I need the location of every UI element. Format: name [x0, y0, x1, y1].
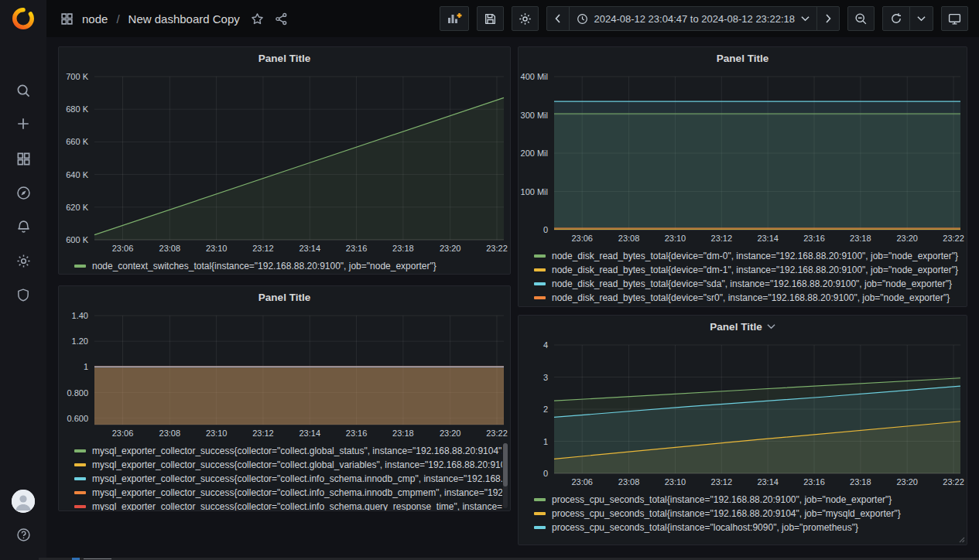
sidebar-item-help[interactable]: [0, 519, 46, 550]
legend-item[interactable]: mysql_exporter_collector_success{collect…: [74, 500, 502, 510]
legend-item[interactable]: process_cpu_seconds_total{instance="192.…: [534, 493, 959, 507]
grafana-logo[interactable]: [0, 0, 46, 37]
sidebar-item-search[interactable]: [0, 75, 46, 106]
panel-title[interactable]: Panel Title: [519, 47, 967, 69]
sidebar-item-dashboards[interactable]: [0, 143, 46, 174]
panel-resize-handle[interactable]: [958, 536, 965, 543]
legend-swatch: [534, 498, 546, 501]
legend-item[interactable]: node_disk_read_bytes_total{device="sda",…: [534, 277, 959, 291]
panel-title[interactable]: Panel Title: [59, 286, 510, 308]
legend-label: process_cpu_seconds_total{instance="192.…: [552, 508, 901, 519]
legend-item[interactable]: node_disk_read_bytes_total{device="dm-0"…: [534, 249, 959, 263]
legend-swatch: [534, 282, 546, 285]
legend-item[interactable]: mysql_exporter_collector_success{collect…: [74, 444, 502, 458]
svg-text:23:08: 23:08: [159, 429, 181, 438]
breadcrumb-section[interactable]: node: [82, 12, 108, 26]
legend-label: mysql_exporter_collector_success{collect…: [92, 446, 502, 456]
svg-text:23:10: 23:10: [665, 477, 686, 487]
legend-label: mysql_exporter_collector_success{collect…: [92, 501, 502, 510]
favorite-star-button[interactable]: [251, 12, 264, 26]
chevron-down-icon: [801, 15, 810, 22]
panel-title[interactable]: Panel Title: [59, 47, 510, 69]
legend: process_cpu_seconds_total{instance="192.…: [519, 489, 967, 545]
refresh-interval-button[interactable]: [909, 7, 933, 30]
apps-icon: [60, 12, 74, 26]
time-shift-back-button[interactable]: [547, 7, 569, 30]
taskbar-item: [84, 558, 111, 559]
legend-label: process_cpu_seconds_total{instance="192.…: [552, 494, 892, 505]
sidebar-item-profile[interactable]: [0, 486, 46, 517]
svg-text:23:12: 23:12: [711, 477, 733, 487]
legend-item[interactable]: node_context_switches_total{instance="19…: [74, 259, 502, 273]
svg-text:23:18: 23:18: [850, 234, 871, 243]
save-dashboard-button[interactable]: [477, 6, 504, 31]
legend-item[interactable]: node_disk_read_bytes_total{device="sr0",…: [534, 291, 959, 305]
zoom-out-icon: [854, 12, 868, 26]
legend-label: process_cpu_seconds_total{instance="loca…: [552, 522, 858, 533]
panel-title[interactable]: Panel Title: [519, 316, 967, 337]
panel-title-text: Panel Title: [717, 53, 768, 64]
svg-text:600 K: 600 K: [66, 235, 88, 244]
sidebar-item-create[interactable]: [0, 108, 46, 139]
svg-text:23:22: 23:22: [943, 477, 964, 487]
legend-label: node_disk_read_bytes_total{device="sr0",…: [552, 292, 950, 303]
svg-text:200 Mil: 200 Mil: [521, 149, 548, 158]
gear-icon: [519, 12, 532, 26]
clock-icon: [577, 13, 588, 25]
time-range-picker-button[interactable]: 2024-08-12 23:04:47 to 2024-08-12 23:22:…: [569, 7, 817, 30]
svg-text:1: 1: [543, 437, 548, 446]
time-zoom-out-button[interactable]: [847, 6, 875, 31]
chevron-right-icon: [824, 14, 832, 23]
legend-label: mysql_exporter_collector_success{collect…: [92, 487, 502, 498]
panel-node-disk-read-bytes: Panel Title 23:0623:0823:1023:1223:1423:…: [518, 46, 967, 307]
chart[interactable]: 23:0623:0823:1023:1223:1423:1623:1823:20…: [519, 69, 967, 245]
legend-item[interactable]: node_disk_read_bytes_total{device="dm-1"…: [534, 263, 959, 277]
chart[interactable]: 23:0623:0823:1023:1223:1423:1623:1823:20…: [59, 308, 510, 440]
legend-scrollbar-thumb[interactable]: [503, 443, 508, 487]
time-picker-group: 2024-08-12 23:04:47 to 2024-08-12 23:22:…: [546, 6, 840, 31]
svg-text:400 Mil: 400 Mil: [521, 72, 548, 81]
svg-text:23:08: 23:08: [618, 234, 640, 243]
sidebar-item-configuration[interactable]: [0, 245, 46, 276]
share-button[interactable]: [275, 12, 288, 26]
legend-swatch: [74, 265, 86, 268]
panel-process-cpu-seconds: Panel Title 23:0623:0823:1023:1223:1423:…: [518, 315, 967, 545]
plus-icon: [16, 117, 30, 131]
legend-label: mysql_exporter_collector_success{collect…: [92, 473, 502, 484]
legend-swatch: [74, 463, 86, 466]
chart-canvas: 23:0623:0823:1023:1223:1423:1623:1823:20…: [519, 337, 967, 489]
svg-text:2: 2: [543, 405, 548, 414]
add-panel-button[interactable]: [440, 6, 469, 31]
svg-text:0: 0: [543, 225, 548, 234]
legend-item[interactable]: mysql_exporter_collector_success{collect…: [74, 472, 502, 486]
chart[interactable]: 23:0623:0823:1023:1223:1423:1623:1823:20…: [59, 69, 510, 255]
legend-swatch: [534, 296, 546, 299]
chevron-down-icon: [917, 15, 926, 22]
dashboard-title[interactable]: New dashboard Copy: [128, 12, 240, 26]
dashboard-settings-button[interactable]: [512, 6, 539, 31]
legend-item[interactable]: mysql_exporter_collector_success{collect…: [74, 486, 502, 500]
sidebar-item-alerting[interactable]: [0, 211, 46, 242]
svg-text:23:14: 23:14: [757, 234, 779, 243]
sidebar-item-explore[interactable]: [0, 177, 46, 208]
cycle-view-mode-button[interactable]: [941, 6, 968, 31]
legend-item[interactable]: process_cpu_seconds_total{instance="192.…: [534, 507, 959, 521]
side-menu: [0, 37, 46, 560]
legend-swatch: [534, 254, 546, 258]
legend-label: node_disk_read_bytes_total{device="sda",…: [552, 278, 952, 289]
refresh-button[interactable]: [883, 7, 909, 30]
svg-text:0: 0: [543, 469, 548, 478]
legend-item[interactable]: process_cpu_seconds_total{instance="loca…: [534, 521, 959, 534]
sidebar-item-server-admin[interactable]: [0, 279, 46, 310]
time-shift-forward-button[interactable]: [816, 7, 839, 30]
help-circle-icon: [16, 528, 31, 542]
legend-swatch: [74, 449, 86, 452]
chart[interactable]: 23:0623:0823:1023:1223:1423:1623:1823:20…: [519, 337, 967, 489]
svg-text:23:10: 23:10: [206, 429, 228, 438]
legend-label: node_disk_read_bytes_total{device="dm-0"…: [552, 251, 958, 261]
svg-text:23:20: 23:20: [896, 234, 918, 243]
legend-item[interactable]: mysql_exporter_collector_success{collect…: [74, 458, 502, 472]
chart-canvas: 23:0623:0823:1023:1223:1423:1623:1823:20…: [519, 69, 967, 245]
legend-swatch: [74, 491, 86, 494]
svg-text:700 K: 700 K: [66, 72, 88, 81]
